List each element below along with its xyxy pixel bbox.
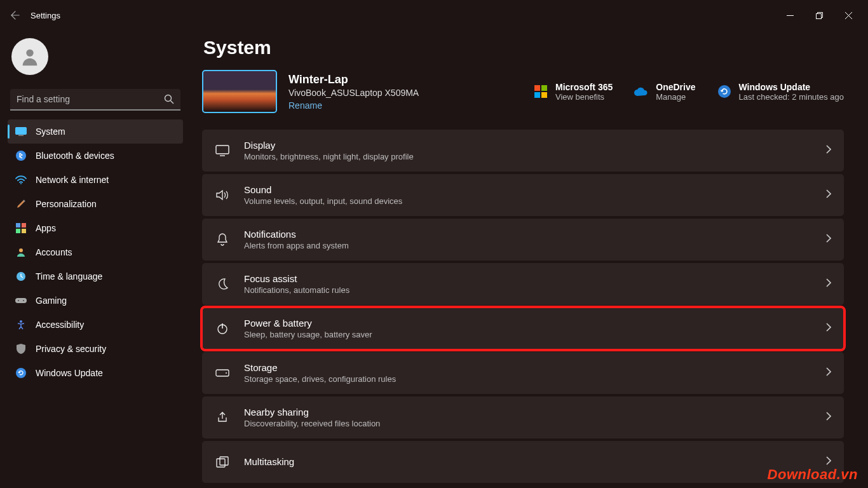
minimize-icon: [787, 12, 794, 19]
chevron-right-icon: [826, 367, 831, 379]
sidebar-item-label: Bluetooth & devices: [36, 151, 114, 161]
quicklink-title: Windows Update: [739, 82, 844, 92]
card-title: Power & battery: [244, 318, 372, 329]
sidebar-item-accounts[interactable]: Accounts: [8, 240, 183, 264]
device-info: Winter-Lap VivoBook_ASUSLaptop X509MA Re…: [288, 73, 419, 111]
multitasking-icon: [215, 454, 230, 470]
card-title: Sound: [244, 184, 402, 195]
card-display[interactable]: DisplayMonitors, brightness, night light…: [202, 130, 844, 172]
minimize-button[interactable]: [775, 5, 804, 25]
svg-rect-0: [816, 13, 821, 18]
card-sub: Monitors, brightness, night light, displ…: [244, 152, 414, 161]
quicklink-m365[interactable]: Microsoft 365 View benefits: [534, 82, 613, 102]
sidebar-item-gaming[interactable]: Gaming: [8, 288, 183, 313]
back-button[interactable]: [5, 5, 25, 25]
sidebar-item-system[interactable]: System: [8, 119, 183, 144]
windows-update-icon: [717, 85, 731, 98]
share-icon: [215, 410, 230, 425]
sidebar-item-personalization[interactable]: Personalization: [8, 192, 183, 216]
bell-icon: [215, 232, 230, 247]
settings-cards: DisplayMonitors, brightness, night light…: [202, 130, 844, 483]
sidebar-item-label: Gaming: [36, 295, 67, 306]
titlebar: Settings: [0, 0, 868, 30]
rename-link[interactable]: Rename: [288, 100, 419, 111]
svg-rect-7: [16, 223, 20, 227]
brush-icon: [15, 198, 27, 210]
accounts-icon: [15, 247, 27, 258]
search-input[interactable]: [10, 89, 180, 111]
device-thumbnail[interactable]: [202, 70, 277, 113]
chevron-right-icon: [826, 278, 831, 290]
search-container: [10, 89, 180, 111]
apps-icon: [15, 222, 27, 234]
svg-rect-23: [216, 146, 229, 154]
card-title: Multitasking: [244, 456, 294, 467]
device-header: Winter-Lap VivoBook_ASUSLaptop X509MA Re…: [202, 70, 844, 113]
svg-rect-28: [220, 457, 228, 465]
card-sub: Sleep, battery usage, battery saver: [244, 330, 372, 339]
maximize-button[interactable]: [804, 5, 834, 25]
quicklink-title: OneDrive: [656, 82, 695, 92]
svg-rect-10: [22, 229, 26, 233]
window-controls: [775, 5, 863, 25]
chevron-right-icon: [826, 323, 831, 334]
update-icon: [15, 367, 27, 379]
svg-point-2: [165, 95, 172, 102]
card-title: Nearby sharing: [244, 407, 380, 417]
sidebar-item-label: Accounts: [36, 247, 72, 257]
chevron-right-icon: [826, 234, 831, 245]
svg-rect-19: [541, 85, 547, 91]
moon-icon: [215, 276, 230, 292]
bluetooth-icon: [15, 150, 27, 161]
sidebar: System Bluetooth & devices Network & int…: [0, 30, 191, 488]
sidebar-item-label: Apps: [36, 223, 56, 233]
quicklink-update[interactable]: Windows Update Last checked: 2 minutes a…: [717, 82, 844, 102]
card-multitasking[interactable]: Multitasking: [202, 441, 844, 483]
svg-rect-3: [16, 128, 27, 135]
sidebar-item-label: Network & internet: [36, 175, 109, 185]
close-button[interactable]: [834, 5, 863, 25]
device-name: Winter-Lap: [288, 73, 419, 86]
sidebar-item-label: Windows Update: [36, 368, 103, 378]
sidebar-item-network[interactable]: Network & internet: [8, 168, 183, 192]
svg-point-6: [20, 183, 22, 184]
arrow-left-icon: [11, 11, 20, 20]
card-title: Notifications: [244, 229, 349, 240]
card-focus[interactable]: Focus assistNotifications, automatic rul…: [202, 263, 844, 305]
window-title: Settings: [31, 11, 60, 20]
svg-rect-18: [534, 85, 540, 91]
svg-rect-4: [18, 135, 24, 137]
quicklink-onedrive[interactable]: OneDrive Manage: [634, 82, 695, 102]
card-sub: Storage space, drives, configuration rul…: [244, 374, 396, 384]
card-sound[interactable]: SoundVolume levels, output, input, sound…: [202, 174, 844, 216]
chevron-right-icon: [826, 145, 831, 156]
card-sub: Discoverability, received files location: [244, 419, 380, 428]
quicklink-sub: View benefits: [555, 92, 613, 102]
quicklink-title: Microsoft 365: [555, 82, 613, 92]
svg-point-26: [226, 372, 227, 374]
sidebar-item-accessibility[interactable]: Accessibility: [8, 313, 183, 337]
device-model: VivoBook_ASUSLaptop X509MA: [288, 88, 419, 98]
avatar: [11, 38, 48, 75]
svg-point-16: [20, 320, 22, 323]
sidebar-item-label: Personalization: [36, 199, 97, 209]
clock-icon: [15, 271, 27, 282]
svg-rect-9: [16, 229, 20, 233]
onedrive-icon: [634, 85, 648, 98]
sidebar-item-privacy[interactable]: Privacy & security: [8, 337, 183, 361]
search-icon: [164, 94, 174, 107]
card-sharing[interactable]: Nearby sharingDiscoverability, received …: [202, 396, 844, 438]
sidebar-item-apps[interactable]: Apps: [8, 216, 183, 240]
card-notifications[interactable]: NotificationsAlerts from apps and system: [202, 219, 844, 261]
card-power[interactable]: Power & batterySleep, battery usage, bat…: [202, 308, 844, 349]
system-icon: [15, 126, 27, 137]
accessibility-icon: [15, 319, 27, 330]
card-storage[interactable]: StorageStorage space, drives, configurat…: [202, 352, 844, 394]
sidebar-item-update[interactable]: Windows Update: [8, 361, 183, 385]
sidebar-item-bluetooth[interactable]: Bluetooth & devices: [8, 144, 183, 168]
svg-rect-20: [534, 92, 540, 98]
user-profile[interactable]: [8, 36, 183, 86]
person-icon: [19, 46, 41, 67]
page-title: System: [203, 37, 844, 58]
sidebar-item-time[interactable]: Time & language: [8, 264, 183, 288]
